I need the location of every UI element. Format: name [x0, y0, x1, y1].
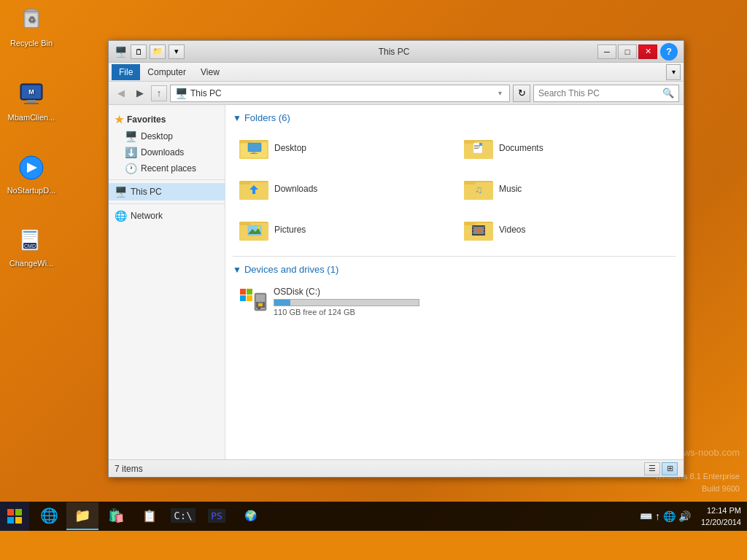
search-input[interactable] [538, 88, 662, 98]
svg-rect-35 [239, 181, 251, 184]
desktop-icon-recycle-bin[interactable]: ♻ Recycle Bin [6, 6, 57, 48]
folder-videos[interactable]: Videos [457, 212, 676, 247]
desktop-icon-changewi[interactable]: CMD ChangeWi... [6, 226, 57, 268]
svg-rect-56 [484, 229, 485, 230]
notepad-icon: 📋 [142, 509, 157, 523]
sidebar-item-downloads[interactable]: ⬇️ Downloads [109, 144, 225, 160]
up-button[interactable]: ↑ [151, 85, 167, 101]
svg-rect-57 [484, 232, 485, 233]
favorites-section: ★ Favorites 🖥️ Desktop ⬇️ Downloads 🕐 Re… [109, 111, 225, 176]
search-icon: 🔍 [662, 88, 674, 98]
taskbar-folder[interactable]: 📁 [66, 502, 98, 530]
menu-view[interactable]: View [193, 64, 227, 80]
folder-downloads[interactable]: Downloads [233, 171, 452, 206]
folders-section-arrow: ▼ [233, 113, 241, 123]
svg-text:M: M [28, 88, 34, 96]
taskbar-ie[interactable]: 🌐 [33, 502, 65, 530]
cmd-icon: C:\ [171, 508, 195, 523]
sidebar-item-this-pc[interactable]: 🖥️ This PC [109, 183, 225, 201]
svg-rect-39 [464, 181, 476, 184]
keyboard-icon: ⌨️ [640, 510, 652, 522]
window-title: This PC [190, 47, 597, 57]
taskbar-ps[interactable]: PS [201, 502, 233, 530]
drive-c[interactable]: OSDisk (C:) 110 GB free of 124 GB [233, 282, 676, 321]
folder-music[interactable]: ♫ Music [457, 171, 676, 206]
svg-rect-62 [247, 295, 252, 301]
mbam-label: MbamClien... [6, 112, 57, 122]
taskbar-clock[interactable]: 12:14 PM 12/20/2014 [695, 505, 747, 529]
changewi-icon: CMD [17, 226, 46, 255]
desktop: ♻ Recycle Bin M MbamClien... NoStartupD.… [0, 0, 747, 531]
svg-rect-29 [474, 145, 480, 146]
svg-rect-49 [464, 222, 476, 225]
forward-button[interactable]: ▶ [132, 85, 148, 101]
svg-rect-24 [250, 153, 258, 154]
sidebar-divider-2 [109, 203, 225, 204]
search-bar[interactable]: 🔍 [533, 85, 679, 102]
folder-documents-label: Documents [499, 143, 543, 153]
svg-rect-15 [23, 238, 34, 239]
svg-rect-13 [23, 234, 36, 235]
folder-desktop-label: Desktop [274, 143, 306, 153]
folder-downloads-label: Downloads [274, 184, 317, 194]
svg-rect-14 [23, 236, 36, 237]
favorites-star-icon: ★ [115, 114, 124, 125]
svg-rect-65 [258, 308, 260, 309]
help-button[interactable]: ? [660, 43, 678, 61]
start-button[interactable] [0, 502, 29, 531]
drive-name: OSDisk (C:) [274, 287, 670, 297]
svg-marker-32 [479, 143, 482, 146]
menu-chevron[interactable]: ▾ [666, 64, 681, 80]
refresh-button[interactable]: ↻ [513, 85, 530, 102]
qa-customize-btn[interactable]: ▾ [169, 44, 185, 59]
taskbar-store[interactable]: 🛍️ [100, 502, 132, 530]
desktop-icon-nostartup[interactable]: NoStartupD... [6, 153, 57, 195]
menu-file[interactable]: File [112, 64, 140, 80]
folder-videos-label: Videos [499, 225, 525, 235]
sidebar-item-recent[interactable]: 🕐 Recent places [109, 160, 225, 176]
folder-documents[interactable]: Documents [457, 131, 676, 166]
items-count: 7 items [115, 464, 143, 474]
svg-rect-31 [474, 148, 479, 149]
view-details-icon[interactable]: ☰ [644, 462, 660, 475]
content-area: ★ Favorites 🖥️ Desktop ⬇️ Downloads 🕐 Re… [109, 105, 684, 459]
svg-text:♫: ♫ [475, 184, 483, 195]
svg-rect-61 [240, 295, 246, 301]
sidebar-item-desktop[interactable]: 🖥️ Desktop [109, 128, 225, 144]
taskbar-web[interactable]: 🌍 [234, 502, 266, 530]
notification-area: ⌨️ ↑ 🌐 🔊 [635, 510, 695, 522]
desktop-folder-icon: 🖥️ [125, 131, 136, 142]
view-icons: ☰ ⊞ [644, 462, 678, 475]
qa-newfolder-btn[interactable]: 📁 [150, 44, 166, 59]
nostartup-icon [17, 153, 46, 182]
window-controls: ─ □ ✕ [597, 44, 657, 59]
downloads-folder-icon: ⬇️ [125, 147, 136, 158]
view-large-icons-icon[interactable]: ⊞ [662, 462, 678, 475]
drive-space-label: 110 GB free of 124 GB [274, 308, 670, 316]
menu-computer[interactable]: Computer [140, 64, 193, 80]
recycle-bin-label: Recycle Bin [6, 38, 57, 48]
address-bar-chevron: ▾ [495, 89, 505, 97]
taskbar-notepad[interactable]: 📋 [133, 502, 166, 530]
back-button[interactable]: ◀ [113, 85, 129, 101]
svg-rect-67 [258, 303, 263, 306]
close-button[interactable]: ✕ [638, 44, 657, 59]
taskbar-cmd[interactable]: C:\ [167, 502, 199, 530]
qa-properties-btn[interactable]: 🗒 [131, 44, 147, 59]
recycle-bin-icon: ♻ [17, 6, 46, 35]
address-bar[interactable]: 🖥️ This PC ▾ [170, 85, 510, 102]
minimize-button[interactable]: ─ [597, 44, 616, 59]
favorites-header[interactable]: ★ Favorites [109, 111, 225, 128]
mbam-icon: M [17, 80, 46, 109]
svg-rect-22 [248, 143, 261, 152]
drive-icon [239, 287, 268, 316]
desktop-icon-mbam[interactable]: M MbamClien... [6, 80, 57, 122]
folder-desktop[interactable]: Desktop [233, 131, 452, 166]
folder-pictures[interactable]: Pictures [233, 212, 452, 247]
sidebar: ★ Favorites 🖥️ Desktop ⬇️ Downloads 🕐 Re… [109, 105, 225, 459]
nostartup-label: NoStartupD... [6, 185, 57, 195]
maximize-button[interactable]: □ [618, 44, 637, 59]
folder-music-label: Music [499, 184, 522, 194]
clock-date: 12/20/2014 [701, 516, 741, 529]
sidebar-item-network[interactable]: 🌐 Network [109, 207, 225, 225]
